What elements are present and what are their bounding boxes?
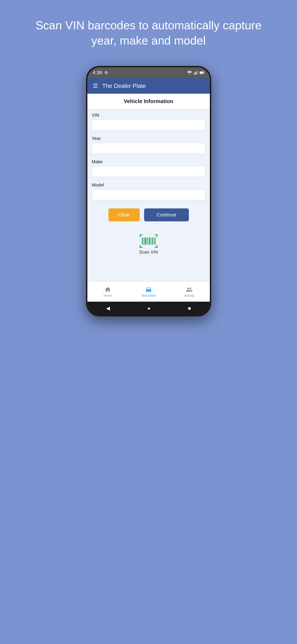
- vin-field-container: VIN: [87, 109, 210, 132]
- svg-rect-5: [200, 72, 203, 74]
- svg-rect-0: [194, 73, 194, 74]
- nav-test-drive-label: Test Drive: [141, 294, 155, 298]
- svg-rect-13: [151, 238, 151, 245]
- vin-label: VIN: [92, 113, 205, 118]
- model-field-container: Model: [87, 179, 210, 202]
- home-button[interactable]: ●: [147, 306, 150, 311]
- phone-mockup: 4:38 ⚙: [86, 66, 211, 316]
- svg-rect-1: [195, 72, 196, 74]
- clear-button[interactable]: Clear: [108, 208, 140, 222]
- svg-rect-14: [152, 238, 153, 245]
- svg-rect-6: [204, 72, 204, 73]
- svg-rect-15: [154, 238, 154, 245]
- make-label: Make: [92, 159, 205, 164]
- nav-item-activity[interactable]: Activity: [169, 286, 210, 298]
- battery-icon: [200, 71, 205, 74]
- svg-rect-3: [197, 71, 198, 74]
- year-field-container: Year: [87, 132, 210, 156]
- svg-rect-8: [143, 238, 144, 245]
- status-time-area: 4:38 ⚙: [93, 70, 108, 76]
- status-icons: [187, 71, 205, 74]
- scan-label: Scan VIN: [139, 250, 158, 255]
- svg-rect-16: [155, 238, 156, 245]
- barcode-scan-icon: [140, 234, 158, 248]
- year-label: Year: [92, 136, 205, 141]
- signal-icon: [194, 71, 198, 74]
- settings-icon: ⚙: [104, 70, 108, 75]
- status-bar: 4:38 ⚙: [87, 67, 210, 78]
- vin-input[interactable]: [92, 120, 205, 130]
- phone-screen: 4:38 ⚙: [87, 67, 210, 315]
- bottom-nav: Home Test Drive Activity: [87, 282, 210, 302]
- svg-rect-11: [148, 238, 148, 245]
- wifi-icon: [187, 71, 192, 74]
- nav-item-test-drive[interactable]: Test Drive: [128, 286, 169, 298]
- hamburger-menu-icon[interactable]: ☰: [93, 82, 98, 90]
- continue-button[interactable]: Continue: [144, 208, 189, 222]
- recent-button[interactable]: ■: [188, 306, 191, 311]
- model-input[interactable]: [92, 190, 205, 200]
- year-input[interactable]: [92, 143, 205, 154]
- promo-text: Scan VIN barcodes to automatically captu…: [0, 0, 297, 62]
- nav-home-label: Home: [103, 294, 112, 298]
- home-icon: [104, 286, 111, 293]
- car-icon: [145, 286, 152, 293]
- section-header: Vehicle Information: [87, 94, 210, 109]
- nav-activity-label: Activity: [184, 294, 194, 298]
- make-input[interactable]: [92, 166, 205, 177]
- svg-rect-7: [142, 238, 143, 245]
- app-title: The Dealer Plate: [102, 82, 146, 90]
- svg-rect-2: [196, 71, 197, 74]
- form-container: VIN Year Make: [87, 109, 210, 282]
- svg-rect-12: [149, 238, 150, 245]
- back-button[interactable]: ◀: [106, 306, 110, 311]
- svg-rect-9: [145, 238, 146, 245]
- model-label: Model: [92, 182, 205, 188]
- main-content: Vehicle Information VIN Year: [87, 94, 210, 282]
- action-buttons: Clear Continue: [87, 202, 210, 228]
- make-field-container: Make: [87, 156, 210, 179]
- scan-section[interactable]: Scan VIN: [87, 228, 210, 259]
- time-display: 4:38: [93, 70, 102, 76]
- app-bar: ☰ The Dealer Plate: [87, 78, 210, 94]
- system-nav: ◀ ● ■: [87, 302, 210, 315]
- svg-rect-10: [147, 238, 147, 245]
- nav-item-home[interactable]: Home: [87, 286, 128, 298]
- activity-icon: [186, 286, 193, 293]
